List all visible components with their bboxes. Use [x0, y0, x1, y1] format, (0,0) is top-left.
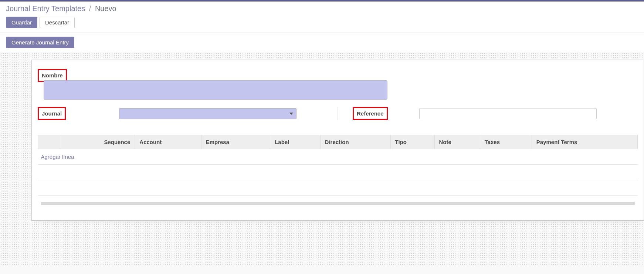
journal-column: Journal: [38, 107, 338, 120]
col-note[interactable]: Note: [434, 135, 480, 149]
chevron-down-icon: [289, 113, 293, 115]
add-line-link[interactable]: Agregar línea: [41, 154, 74, 160]
breadcrumb: Journal Entry Templates / Nuevo: [6, 4, 638, 13]
control-panel: Generate Journal Entry: [0, 33, 644, 52]
form-area: Nombre Journal: [0, 52, 644, 265]
save-button[interactable]: Guardar: [6, 17, 37, 28]
reference-input[interactable]: [419, 108, 597, 119]
empty-row: [38, 165, 638, 180]
action-button-row: Guardar Descartar: [6, 17, 638, 28]
empty-row: [38, 196, 638, 211]
journal-label: Journal: [39, 108, 65, 119]
form-sheet: Nombre Journal: [31, 60, 644, 221]
col-label[interactable]: Label: [270, 135, 320, 149]
header: Journal Entry Templates / Nuevo Guardar …: [0, 1, 644, 33]
breadcrumb-separator: /: [89, 4, 91, 13]
discard-button[interactable]: Descartar: [40, 17, 75, 28]
col-sequence[interactable]: Sequence: [60, 135, 135, 149]
nombre-label-highlight: Nombre: [38, 69, 67, 82]
col-handle: [38, 135, 60, 149]
nombre-label: Nombre: [39, 70, 66, 81]
reference-column: Reference: [338, 107, 638, 120]
col-direction[interactable]: Direction: [320, 135, 390, 149]
lines-table: Sequence Account Empresa Label Direction…: [38, 135, 638, 211]
journal-select[interactable]: [119, 108, 296, 119]
two-column-row: Journal Reference: [38, 107, 638, 120]
generate-journal-entry-button[interactable]: Generate Journal Entry: [6, 37, 74, 48]
add-line-row: Agregar línea: [38, 149, 638, 165]
table-header-row: Sequence Account Empresa Label Direction…: [38, 135, 638, 149]
horizontal-scrollbar[interactable]: [41, 202, 635, 205]
breadcrumb-current: Nuevo: [95, 4, 116, 13]
empty-row: [38, 180, 638, 196]
col-taxes[interactable]: Taxes: [480, 135, 532, 149]
col-payment-terms[interactable]: Payment Terms: [532, 135, 637, 149]
reference-label-highlight: Reference: [353, 107, 388, 120]
col-tipo[interactable]: Tipo: [390, 135, 434, 149]
journal-label-highlight: Journal: [38, 107, 66, 120]
nombre-input[interactable]: [44, 80, 387, 100]
reference-label: Reference: [354, 108, 387, 119]
lines-table-wrap: Sequence Account Empresa Label Direction…: [38, 135, 638, 211]
col-account[interactable]: Account: [135, 135, 201, 149]
nombre-field-block: Nombre: [38, 69, 638, 100]
col-empresa[interactable]: Empresa: [201, 135, 270, 149]
breadcrumb-parent-link[interactable]: Journal Entry Templates: [6, 4, 85, 13]
